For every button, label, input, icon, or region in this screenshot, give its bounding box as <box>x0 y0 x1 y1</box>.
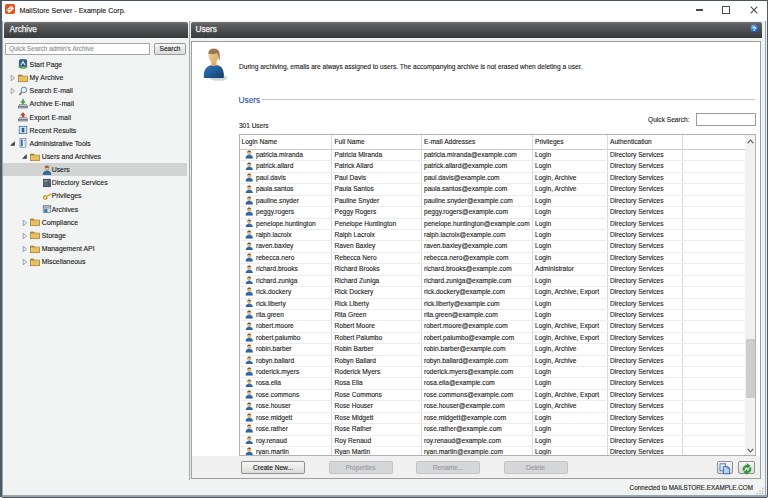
svg-text:?: ? <box>753 25 757 32</box>
